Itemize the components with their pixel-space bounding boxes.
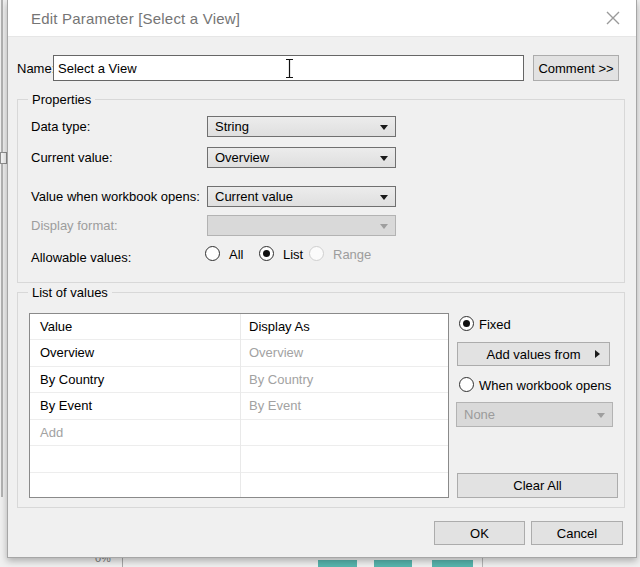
radio-range (309, 246, 324, 261)
current-value-label: Current value: (31, 150, 113, 165)
values-table: Value Display As Overview Overview By Co… (29, 313, 449, 498)
ok-button[interactable]: OK (434, 521, 525, 545)
name-label: Name: (17, 61, 55, 76)
value-when-workbook-opens-label: Value when workbook opens: (31, 189, 200, 204)
cancel-button[interactable]: Cancel (531, 521, 623, 545)
close-icon[interactable] (603, 8, 623, 28)
background-gridline (482, 558, 483, 567)
radio-fixed[interactable] (459, 316, 474, 331)
table-row[interactable]: By Event By Event (30, 393, 448, 419)
add-value-row[interactable]: Add (30, 420, 448, 446)
menu-arrow-icon (595, 350, 600, 358)
empty-table-row (30, 473, 448, 497)
radio-all[interactable] (205, 246, 220, 261)
dialog-titlebar: Edit Parameter [Select a View] (8, 0, 636, 37)
radio-when-workbook-opens[interactable] (459, 377, 474, 392)
dialog-title: Edit Parameter [Select a View] (31, 0, 240, 37)
radio-all-label[interactable]: All (229, 247, 243, 262)
value-when-workbook-opens-dropdown[interactable]: Current value (207, 186, 396, 207)
radio-list-label[interactable]: List (283, 247, 303, 262)
value-cell[interactable]: By Country (30, 367, 239, 392)
radio-fixed-label[interactable]: Fixed (479, 317, 511, 332)
table-column-separator (240, 314, 241, 497)
radio-range-label: Range (333, 247, 371, 262)
radio-list[interactable] (259, 246, 274, 261)
radio-when-workbook-opens-label[interactable]: When workbook opens (479, 378, 611, 393)
edit-parameter-dialog: Edit Parameter [Select a View] Name: Com… (7, 0, 637, 558)
chevron-down-icon (380, 156, 388, 161)
column-header-value: Value (30, 314, 239, 339)
text-cursor-icon (284, 58, 295, 83)
background-scrollbar-handle (0, 152, 7, 164)
current-value-dropdown[interactable]: Overview (207, 147, 396, 168)
value-cell[interactable]: Overview (30, 340, 239, 365)
properties-legend: Properties (28, 92, 95, 107)
value-cell[interactable]: By Event (30, 393, 239, 418)
list-of-values-legend: List of values (28, 285, 112, 300)
data-type-dropdown[interactable]: String (207, 116, 396, 137)
display-format-dropdown (207, 215, 396, 236)
display-as-cell[interactable]: By Event (239, 393, 448, 418)
chevron-down-icon (597, 413, 605, 418)
display-as-cell[interactable]: Overview (239, 340, 448, 365)
background-scrollbar-track (1, 0, 3, 497)
background-teal-bar (318, 560, 357, 567)
column-header-display-as: Display As (239, 314, 448, 339)
chevron-down-icon (380, 195, 388, 200)
allowable-values-label: Allowable values: (31, 250, 131, 265)
background-teal-bar (374, 560, 412, 567)
data-type-label: Data type: (31, 119, 90, 134)
chevron-down-icon (380, 125, 388, 130)
background-teal-bar (432, 560, 473, 567)
add-values-from-button[interactable]: Add values from (457, 342, 610, 366)
display-as-cell[interactable]: By Country (239, 367, 448, 392)
display-format-label: Display format: (31, 218, 118, 233)
table-row[interactable]: Overview Overview (30, 340, 448, 366)
empty-table-row (30, 446, 448, 472)
comment-button[interactable]: Comment >> (533, 55, 619, 81)
table-header-row: Value Display As (30, 314, 448, 340)
add-value-cell[interactable]: Add (30, 420, 239, 445)
background-gridline (122, 558, 123, 567)
workbook-field-dropdown: None (456, 402, 613, 427)
table-row[interactable]: By Country By Country (30, 367, 448, 393)
chevron-down-icon (380, 224, 388, 229)
clear-all-button[interactable]: Clear All (457, 473, 618, 498)
